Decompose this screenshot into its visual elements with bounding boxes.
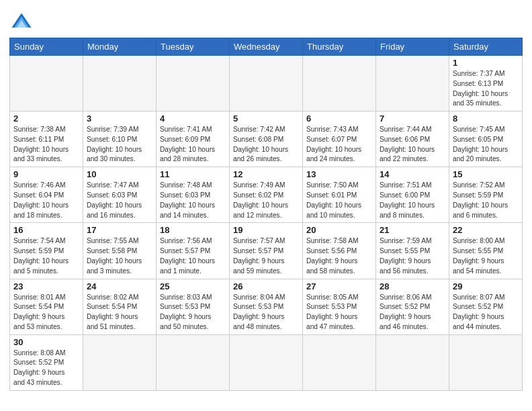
day-info: Sunrise: 7:44 AM Sunset: 6:06 PM Dayligh… (380, 125, 445, 165)
day-info: Sunrise: 7:58 AM Sunset: 5:56 PM Dayligh… (306, 236, 372, 276)
day-cell: 2Sunrise: 7:38 AM Sunset: 6:11 PM Daylig… (10, 111, 83, 167)
day-info: Sunrise: 7:42 AM Sunset: 6:08 PM Dayligh… (233, 125, 299, 165)
day-number: 14 (380, 169, 445, 179)
weekday-header-sunday: Sunday (10, 38, 83, 56)
day-cell: 19Sunrise: 7:57 AM Sunset: 5:57 PM Dayli… (230, 223, 303, 279)
week-row-2: 9Sunrise: 7:46 AM Sunset: 6:04 PM Daylig… (10, 167, 523, 223)
day-info: Sunrise: 7:55 AM Sunset: 5:58 PM Dayligh… (87, 236, 152, 276)
day-number: 20 (306, 225, 372, 235)
header (9, 7, 523, 34)
day-info: Sunrise: 7:51 AM Sunset: 6:00 PM Dayligh… (380, 181, 445, 220)
day-cell (157, 56, 230, 111)
day-number: 3 (87, 113, 152, 124)
weekday-header-friday: Friday (376, 38, 449, 56)
day-info: Sunrise: 8:05 AM Sunset: 5:53 PM Dayligh… (306, 293, 372, 332)
day-info: Sunrise: 8:02 AM Sunset: 5:54 PM Dayligh… (87, 293, 152, 332)
day-info: Sunrise: 7:45 AM Sunset: 6:05 PM Dayligh… (453, 125, 519, 165)
day-info: Sunrise: 7:46 AM Sunset: 6:04 PM Dayligh… (13, 181, 79, 220)
day-number: 2 (13, 113, 79, 124)
day-cell: 3Sunrise: 7:39 AM Sunset: 6:10 PM Daylig… (83, 111, 157, 167)
week-row-3: 16Sunrise: 7:54 AM Sunset: 5:59 PM Dayli… (10, 223, 523, 279)
weekday-header-wednesday: Wednesday (230, 38, 303, 56)
day-cell: 21Sunrise: 7:59 AM Sunset: 5:55 PM Dayli… (376, 223, 449, 279)
day-cell: 6Sunrise: 7:43 AM Sunset: 6:07 PM Daylig… (303, 111, 376, 167)
weekday-header-row: SundayMondayTuesdayWednesdayThursdayFrid… (10, 38, 523, 56)
day-info: Sunrise: 8:00 AM Sunset: 5:55 PM Dayligh… (453, 236, 519, 276)
day-number: 9 (13, 169, 79, 179)
day-info: Sunrise: 7:43 AM Sunset: 6:07 PM Dayligh… (306, 125, 372, 165)
day-cell: 25Sunrise: 8:03 AM Sunset: 5:53 PM Dayli… (157, 279, 230, 334)
day-cell: 24Sunrise: 8:02 AM Sunset: 5:54 PM Dayli… (83, 279, 157, 334)
day-number: 27 (306, 281, 372, 291)
day-number: 26 (233, 281, 299, 291)
day-cell (230, 334, 303, 390)
day-info: Sunrise: 8:08 AM Sunset: 5:52 PM Dayligh… (13, 349, 79, 388)
day-info: Sunrise: 7:54 AM Sunset: 5:59 PM Dayligh… (13, 236, 79, 276)
day-number: 30 (13, 337, 79, 347)
day-cell (230, 56, 303, 111)
weekday-header-saturday: Saturday (449, 38, 523, 56)
day-info: Sunrise: 8:01 AM Sunset: 5:54 PM Dayligh… (13, 293, 79, 332)
day-number: 22 (453, 225, 519, 235)
week-row-5: 30Sunrise: 8:08 AM Sunset: 5:52 PM Dayli… (10, 334, 523, 390)
day-cell: 15Sunrise: 7:52 AM Sunset: 5:59 PM Dayli… (449, 167, 523, 223)
day-info: Sunrise: 7:57 AM Sunset: 5:57 PM Dayligh… (233, 236, 299, 276)
day-cell: 27Sunrise: 8:05 AM Sunset: 5:53 PM Dayli… (303, 279, 376, 334)
day-cell: 13Sunrise: 7:50 AM Sunset: 6:01 PM Dayli… (303, 167, 376, 223)
day-cell: 11Sunrise: 7:48 AM Sunset: 6:03 PM Dayli… (157, 167, 230, 223)
week-row-0: 1Sunrise: 7:37 AM Sunset: 6:13 PM Daylig… (10, 56, 523, 111)
day-cell: 29Sunrise: 8:07 AM Sunset: 5:52 PM Dayli… (449, 279, 523, 334)
day-info: Sunrise: 7:52 AM Sunset: 5:59 PM Dayligh… (453, 181, 519, 220)
week-row-4: 23Sunrise: 8:01 AM Sunset: 5:54 PM Dayli… (10, 279, 523, 334)
day-number: 16 (13, 225, 79, 235)
day-cell: 4Sunrise: 7:41 AM Sunset: 6:09 PM Daylig… (157, 111, 230, 167)
day-cell: 26Sunrise: 8:04 AM Sunset: 5:53 PM Dayli… (230, 279, 303, 334)
day-cell (157, 334, 230, 390)
day-cell: 18Sunrise: 7:56 AM Sunset: 5:57 PM Dayli… (157, 223, 230, 279)
day-cell: 30Sunrise: 8:08 AM Sunset: 5:52 PM Dayli… (10, 334, 83, 390)
day-number: 10 (87, 169, 152, 179)
day-number: 21 (380, 225, 445, 235)
day-number: 6 (306, 113, 372, 124)
day-cell: 28Sunrise: 8:06 AM Sunset: 5:52 PM Dayli… (376, 279, 449, 334)
day-info: Sunrise: 8:06 AM Sunset: 5:52 PM Dayligh… (380, 293, 445, 332)
day-cell (303, 56, 376, 111)
day-cell: 12Sunrise: 7:49 AM Sunset: 6:02 PM Dayli… (230, 167, 303, 223)
day-info: Sunrise: 7:50 AM Sunset: 6:01 PM Dayligh… (306, 181, 372, 220)
day-number: 24 (87, 281, 152, 291)
day-number: 7 (380, 113, 445, 124)
day-info: Sunrise: 7:59 AM Sunset: 5:55 PM Dayligh… (380, 236, 445, 276)
day-number: 1 (453, 58, 519, 68)
day-cell: 22Sunrise: 8:00 AM Sunset: 5:55 PM Dayli… (449, 223, 523, 279)
page: SundayMondayTuesdayWednesdayThursdayFrid… (0, 0, 532, 411)
day-number: 8 (453, 113, 519, 124)
day-cell: 14Sunrise: 7:51 AM Sunset: 6:00 PM Dayli… (376, 167, 449, 223)
day-number: 15 (453, 169, 519, 179)
day-info: Sunrise: 8:04 AM Sunset: 5:53 PM Dayligh… (233, 293, 299, 332)
day-cell (83, 56, 157, 111)
day-info: Sunrise: 7:49 AM Sunset: 6:02 PM Dayligh… (233, 181, 299, 220)
day-cell (83, 334, 157, 390)
logo (9, 9, 36, 34)
weekday-header-tuesday: Tuesday (157, 38, 230, 56)
day-info: Sunrise: 7:41 AM Sunset: 6:09 PM Dayligh… (160, 125, 226, 165)
day-info: Sunrise: 8:03 AM Sunset: 5:53 PM Dayligh… (160, 293, 226, 332)
day-number: 12 (233, 169, 299, 179)
day-info: Sunrise: 7:38 AM Sunset: 6:11 PM Dayligh… (13, 125, 79, 165)
day-cell: 9Sunrise: 7:46 AM Sunset: 6:04 PM Daylig… (10, 167, 83, 223)
day-number: 28 (380, 281, 445, 291)
day-cell (376, 56, 449, 111)
day-number: 18 (160, 225, 226, 235)
day-cell: 5Sunrise: 7:42 AM Sunset: 6:08 PM Daylig… (230, 111, 303, 167)
weekday-header-thursday: Thursday (303, 38, 376, 56)
day-cell: 23Sunrise: 8:01 AM Sunset: 5:54 PM Dayli… (10, 279, 83, 334)
day-cell (303, 334, 376, 390)
day-cell (376, 334, 449, 390)
day-number: 5 (233, 113, 299, 124)
day-cell (449, 334, 523, 390)
day-cell (10, 56, 83, 111)
weekday-header-monday: Monday (83, 38, 157, 56)
day-number: 13 (306, 169, 372, 179)
day-info: Sunrise: 7:37 AM Sunset: 6:13 PM Dayligh… (453, 69, 519, 109)
day-cell: 1Sunrise: 7:37 AM Sunset: 6:13 PM Daylig… (449, 56, 523, 111)
